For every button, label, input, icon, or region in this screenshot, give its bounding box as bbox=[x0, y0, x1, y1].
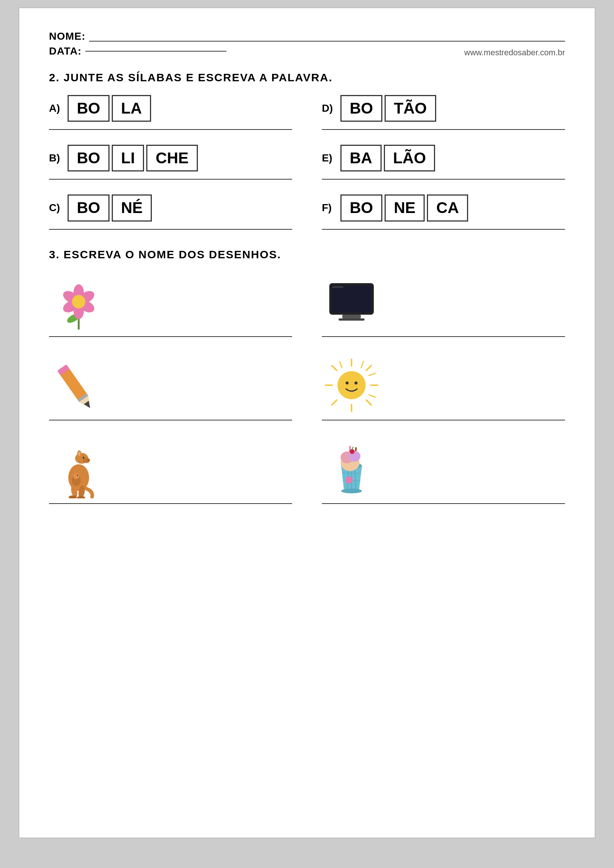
drawing-pencil-row bbox=[49, 355, 292, 415]
flower-answer-line[interactable] bbox=[49, 336, 292, 337]
tv-icon bbox=[322, 272, 381, 332]
syllable-che: CHE bbox=[146, 145, 198, 172]
exercise-a-row: A) BO LA bbox=[49, 95, 292, 122]
exercise-a-label: A) bbox=[49, 102, 64, 114]
kangaroo-answer-line[interactable] bbox=[49, 503, 292, 504]
drawing-pencil bbox=[49, 355, 292, 420]
exercise-a: A) BO LA bbox=[49, 95, 292, 130]
syllable-li: LI bbox=[112, 145, 144, 172]
exercise-b: B) BO LI CHE bbox=[49, 145, 292, 180]
exercise-d-label: D) bbox=[322, 102, 337, 114]
svg-line-30 bbox=[369, 395, 375, 397]
svg-line-25 bbox=[366, 366, 371, 370]
drawing-tv-row bbox=[322, 272, 565, 332]
exercise-e-label: E) bbox=[322, 152, 337, 164]
svg-rect-12 bbox=[342, 315, 361, 318]
exercise-d-answer[interactable] bbox=[322, 129, 565, 130]
exercise-c-answer[interactable] bbox=[49, 229, 292, 230]
syllable-ne-accent: NÉ bbox=[112, 194, 152, 221]
exercise-f-row: F) BO NE CA bbox=[322, 194, 565, 221]
drawing-kangaroo-row bbox=[49, 439, 292, 498]
svg-point-48 bbox=[77, 496, 85, 498]
svg-point-33 bbox=[355, 381, 358, 384]
sun-answer-line[interactable] bbox=[322, 420, 565, 420]
svg-point-38 bbox=[78, 451, 80, 456]
exercise-d-row: D) BO TÃO bbox=[322, 95, 565, 122]
drawing-flower-row bbox=[49, 272, 292, 332]
svg-rect-13 bbox=[338, 318, 364, 321]
syllable-ba: BA bbox=[340, 145, 381, 172]
section3-title: 3. ESCREVA O NOME DOS DESENHOS. bbox=[49, 248, 565, 261]
drawing-kangaroo bbox=[49, 439, 292, 504]
website-text: www.mestredosaber.com.br bbox=[464, 48, 565, 57]
svg-line-26 bbox=[332, 400, 337, 405]
data-underline bbox=[85, 51, 226, 51]
syllable-bo-d: BO bbox=[340, 95, 382, 122]
exercise-b-label: B) bbox=[49, 152, 64, 164]
exercise-a-answer[interactable] bbox=[49, 129, 292, 130]
svg-line-28 bbox=[361, 361, 363, 368]
svg-line-27 bbox=[340, 361, 342, 368]
svg-line-29 bbox=[369, 374, 375, 375]
svg-line-61 bbox=[352, 446, 354, 449]
svg-point-39 bbox=[82, 457, 84, 459]
syllable-tao: TÃO bbox=[385, 95, 436, 122]
nome-label: NOME: bbox=[49, 30, 85, 42]
exercise-e-answer[interactable] bbox=[322, 179, 565, 180]
syllable-ne-f: NE bbox=[385, 194, 425, 221]
exercise-c: C) BO NÉ bbox=[49, 194, 292, 229]
exercises-grid: A) BO LA D) BO TÃO B) BO LI CHE bbox=[49, 95, 565, 230]
drawing-flower bbox=[49, 272, 292, 337]
svg-point-32 bbox=[346, 381, 349, 384]
data-label: DATA: bbox=[49, 45, 82, 57]
nome-underline bbox=[89, 31, 565, 42]
icecream-icon bbox=[322, 439, 381, 498]
syllable-bo-f: BO bbox=[340, 194, 382, 221]
exercise-b-answer[interactable] bbox=[49, 179, 292, 180]
drawing-icecream-row bbox=[322, 439, 565, 498]
pencil-answer-line[interactable] bbox=[49, 420, 292, 420]
kangaroo-icon bbox=[49, 439, 109, 498]
tv-answer-line[interactable] bbox=[322, 336, 565, 337]
svg-point-43 bbox=[73, 473, 79, 479]
worksheet-page: NOME: DATA: www.mestredosaber.com.br 2. … bbox=[19, 8, 595, 838]
sun-icon bbox=[322, 355, 381, 415]
svg-point-63 bbox=[341, 488, 362, 493]
header: NOME: DATA: www.mestredosaber.com.br bbox=[49, 30, 565, 60]
exercise-e-row: E) BA LÃO bbox=[322, 145, 565, 172]
svg-point-8 bbox=[72, 295, 85, 308]
svg-line-23 bbox=[332, 366, 337, 370]
exercise-f-answer[interactable] bbox=[322, 229, 565, 230]
syllable-bo-a: BO bbox=[68, 95, 110, 122]
section2-title: 2. JUNTE AS SÍLABAS E ESCREVA A PALAVRA. bbox=[49, 71, 565, 84]
exercise-d: D) BO TÃO bbox=[322, 95, 565, 130]
syllable-bo-c: BO bbox=[68, 194, 110, 221]
svg-point-60 bbox=[350, 449, 355, 454]
drawing-icecream bbox=[322, 439, 565, 504]
data-row: DATA: bbox=[49, 45, 226, 57]
flower-icon bbox=[49, 272, 109, 332]
exercise-e: E) BA LÃO bbox=[322, 145, 565, 180]
drawing-sun-row bbox=[322, 355, 565, 415]
exercise-f: F) BO NE CA bbox=[322, 194, 565, 229]
syllable-bo-b: BO bbox=[68, 145, 110, 172]
svg-point-40 bbox=[87, 459, 89, 460]
drawing-tv bbox=[322, 272, 565, 337]
svg-rect-11 bbox=[332, 286, 343, 288]
syllable-ca: CA bbox=[427, 194, 468, 221]
exercise-c-row: C) BO NÉ bbox=[49, 194, 292, 221]
syllable-lao: LÃO bbox=[384, 145, 436, 172]
svg-point-44 bbox=[77, 474, 78, 476]
exercise-c-label: C) bbox=[49, 202, 64, 214]
exercise-b-row: B) BO LI CHE bbox=[49, 145, 292, 172]
drawing-sun bbox=[322, 355, 565, 420]
nome-row: NOME: bbox=[49, 30, 565, 42]
syllable-la: LA bbox=[112, 95, 151, 122]
exercise-f-label: F) bbox=[322, 202, 337, 214]
drawings-grid bbox=[49, 272, 565, 504]
icecream-answer-line[interactable] bbox=[322, 503, 565, 504]
svg-point-36 bbox=[83, 457, 90, 463]
svg-line-24 bbox=[366, 400, 371, 405]
svg-rect-10 bbox=[332, 285, 372, 313]
svg-point-31 bbox=[338, 371, 366, 399]
